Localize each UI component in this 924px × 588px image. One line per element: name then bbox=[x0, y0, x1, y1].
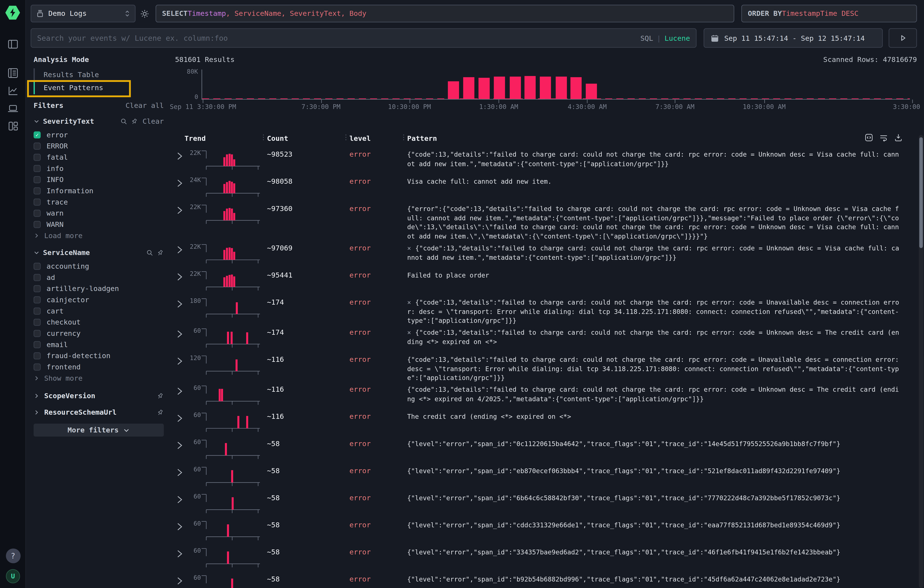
pattern-row[interactable]: 24K~98058errorVisa cache full: cannot ad… bbox=[175, 175, 917, 202]
chart-bar[interactable] bbox=[525, 76, 536, 99]
filter-option[interactable]: info bbox=[34, 163, 164, 174]
chart-bar[interactable] bbox=[556, 76, 567, 99]
pattern-row[interactable]: 60~58error{"level":"error","span_id":"cd… bbox=[175, 519, 917, 545]
filter-option[interactable]: trace bbox=[34, 196, 164, 208]
pattern-row[interactable]: 60~58error{"level":"error","span_id":"33… bbox=[175, 545, 917, 573]
checkbox[interactable] bbox=[34, 262, 41, 270]
pattern-row[interactable]: 22K~95441errorFailed to place order bbox=[175, 268, 917, 296]
filter-option[interactable]: frontend bbox=[34, 361, 164, 372]
checkbox[interactable] bbox=[34, 142, 41, 150]
checkbox[interactable] bbox=[34, 285, 41, 292]
nav-search-logs-icon[interactable] bbox=[7, 67, 18, 79]
filter-option[interactable]: INFO bbox=[34, 174, 164, 185]
filter-option[interactable]: currency bbox=[34, 328, 164, 339]
nav-chart-explorer-icon[interactable] bbox=[7, 85, 18, 97]
filter-option[interactable]: cart bbox=[34, 305, 164, 316]
nav-dashboards-icon[interactable] bbox=[7, 120, 18, 132]
filter-option[interactable]: artillery-loadgen bbox=[34, 283, 164, 294]
checkbox[interactable] bbox=[34, 307, 41, 315]
pin-icon[interactable] bbox=[157, 409, 164, 416]
row-expand-chevron[interactable] bbox=[175, 270, 186, 282]
pattern-row[interactable]: 60~116errorThe credit card (ending <*> e… bbox=[175, 410, 917, 437]
severity-load-more[interactable]: Load more bbox=[34, 230, 164, 241]
date-range-picker[interactable]: Sep 11 15:47:14 - Sep 12 15:47:14 bbox=[704, 28, 883, 48]
chart-bar[interactable] bbox=[493, 76, 505, 99]
language-toggle[interactable]: SQL|Lucene bbox=[640, 34, 690, 42]
checkbox[interactable]: ✓ bbox=[34, 131, 41, 138]
search-input[interactable] bbox=[37, 34, 635, 43]
row-expand-chevron[interactable] bbox=[175, 176, 186, 188]
checkbox[interactable] bbox=[34, 352, 41, 359]
search-icon[interactable] bbox=[146, 249, 153, 256]
checkbox[interactable] bbox=[34, 273, 41, 281]
order-by-input[interactable]: ORDER BY TimestampTime DESC bbox=[741, 5, 917, 23]
filter-option[interactable]: ✓error bbox=[34, 129, 164, 140]
pin-icon[interactable] bbox=[157, 392, 164, 400]
row-expand-chevron[interactable] bbox=[175, 465, 186, 477]
pin-icon[interactable] bbox=[157, 249, 164, 256]
row-expand-chevron[interactable] bbox=[175, 520, 186, 532]
user-avatar[interactable]: U bbox=[6, 569, 20, 583]
help-button[interactable]: ? bbox=[6, 548, 20, 563]
row-expand-chevron[interactable] bbox=[175, 203, 186, 215]
scrollbar-track[interactable] bbox=[919, 135, 924, 588]
pin-icon[interactable] bbox=[131, 118, 138, 125]
row-expand-chevron[interactable] bbox=[175, 411, 186, 423]
analysis-mode-item[interactable]: Results Table bbox=[35, 68, 164, 81]
scopeversion-group-header[interactable]: ScopeVersion bbox=[34, 392, 164, 400]
pattern-row[interactable]: 60~58error{"level":"error","span_id":"eb… bbox=[175, 464, 917, 491]
checkbox[interactable] bbox=[34, 341, 41, 348]
chart-bar[interactable] bbox=[464, 77, 475, 99]
more-filters-button[interactable]: More filters bbox=[34, 423, 164, 436]
filter-option[interactable]: cainjector bbox=[34, 294, 164, 305]
run-query-button[interactable] bbox=[889, 28, 917, 48]
checkbox[interactable] bbox=[34, 329, 41, 337]
chart-bar[interactable] bbox=[586, 83, 597, 99]
severity-group-header[interactable]: SeverityText Clear bbox=[34, 117, 164, 125]
checkbox[interactable] bbox=[34, 153, 41, 161]
filter-option[interactable]: WARN bbox=[34, 219, 164, 230]
row-expand-chevron[interactable] bbox=[175, 438, 186, 450]
select-query-input[interactable]: SELECT Timestamp, ServiceName, SeverityT… bbox=[155, 5, 734, 23]
sidebar-toggle-icon[interactable] bbox=[7, 38, 18, 50]
source-settings-gear-icon[interactable] bbox=[140, 9, 149, 18]
code-view-icon[interactable] bbox=[865, 133, 873, 142]
column-header-pattern[interactable]: ⋮Pattern bbox=[405, 134, 917, 143]
service-show-more[interactable]: Show more bbox=[34, 373, 164, 384]
severity-clear-button[interactable]: Clear bbox=[143, 117, 164, 125]
pattern-row[interactable]: 60~116error{"code":13,"details":"failed … bbox=[175, 383, 917, 410]
analysis-mode-item[interactable]: Event Patterns bbox=[34, 81, 164, 94]
checkbox[interactable] bbox=[34, 187, 41, 194]
row-expand-chevron[interactable] bbox=[175, 327, 186, 339]
checkbox[interactable] bbox=[34, 363, 41, 371]
chart-bar[interactable] bbox=[478, 77, 490, 99]
chart-bar[interactable] bbox=[510, 76, 521, 99]
column-header-count[interactable]: ⋮Count bbox=[265, 134, 347, 143]
checkbox[interactable] bbox=[34, 209, 41, 217]
row-expand-chevron[interactable] bbox=[175, 547, 186, 558]
checkbox[interactable] bbox=[34, 318, 41, 326]
pattern-row[interactable]: 22K~97360error{"error":{"code":13,"detai… bbox=[175, 202, 917, 242]
language-lucene[interactable]: Lucene bbox=[664, 34, 690, 42]
checkbox[interactable] bbox=[34, 198, 41, 205]
pattern-row[interactable]: 120~116error{"code":13,"details":"failed… bbox=[175, 353, 917, 383]
row-expand-chevron[interactable] bbox=[175, 492, 186, 504]
language-sql[interactable]: SQL bbox=[640, 34, 653, 42]
row-expand-chevron[interactable] bbox=[175, 574, 186, 586]
source-select[interactable]: Demo Logs bbox=[31, 5, 135, 23]
service-group-header[interactable]: ServiceName bbox=[34, 249, 164, 257]
row-expand-chevron[interactable] bbox=[175, 149, 186, 161]
hyperdx-logo-icon[interactable] bbox=[5, 5, 20, 20]
checkbox[interactable] bbox=[34, 221, 41, 228]
pattern-row[interactable]: 180~174error×{"code":13,"details":"faile… bbox=[175, 296, 917, 326]
filter-option[interactable]: fraud-detection bbox=[34, 350, 164, 361]
resourceschemaurl-group-header[interactable]: ResourceSchemaUrl bbox=[34, 408, 164, 417]
pattern-row[interactable]: 60~58error{"level":"error","span_id":"b9… bbox=[175, 573, 917, 588]
row-expand-chevron[interactable] bbox=[175, 297, 186, 308]
filter-option[interactable]: Information bbox=[34, 185, 164, 196]
column-header-level[interactable]: ⋮level bbox=[347, 134, 405, 143]
row-expand-chevron[interactable] bbox=[175, 384, 186, 396]
scrollbar-thumb[interactable] bbox=[919, 137, 923, 248]
nav-sessions-icon[interactable] bbox=[7, 102, 18, 114]
pattern-row[interactable]: 22K~97069error×{"code":13,"details":"fai… bbox=[175, 241, 917, 268]
